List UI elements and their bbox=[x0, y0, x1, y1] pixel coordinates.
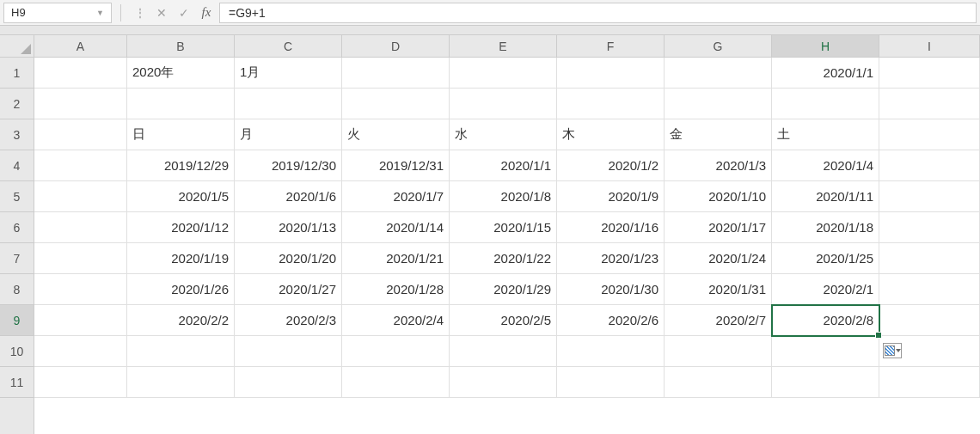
cell-E7[interactable]: 2020/1/22 bbox=[450, 243, 557, 274]
cell-I1[interactable] bbox=[879, 58, 980, 89]
cell-E8[interactable]: 2020/1/29 bbox=[450, 274, 557, 305]
row-header-10[interactable]: 10 bbox=[0, 336, 34, 367]
cell-H11[interactable] bbox=[772, 367, 879, 398]
cell-D2[interactable] bbox=[342, 89, 450, 119]
cell-E5[interactable]: 2020/1/8 bbox=[450, 181, 557, 212]
col-header-G[interactable]: G bbox=[665, 35, 772, 57]
cell-B8[interactable]: 2020/1/26 bbox=[127, 274, 235, 305]
cell-G7[interactable]: 2020/1/24 bbox=[665, 243, 772, 274]
cell-A9[interactable] bbox=[34, 305, 127, 336]
row-header-6[interactable]: 6 bbox=[0, 212, 34, 243]
cell-A7[interactable] bbox=[34, 243, 127, 274]
cell-G11[interactable] bbox=[665, 367, 772, 398]
select-all-corner[interactable] bbox=[0, 35, 34, 58]
cell-F8[interactable]: 2020/1/30 bbox=[557, 274, 665, 305]
row-header-4[interactable]: 4 bbox=[0, 150, 34, 181]
cell-D7[interactable]: 2020/1/21 bbox=[342, 243, 450, 274]
cancel-icon[interactable]: ✕ bbox=[152, 3, 171, 22]
col-header-B[interactable]: B bbox=[127, 35, 235, 57]
cell-B11[interactable] bbox=[127, 367, 235, 398]
cell-D6[interactable]: 2020/1/14 bbox=[342, 212, 450, 243]
name-box-dropdown-icon[interactable]: ▼ bbox=[96, 9, 104, 17]
cell-F5[interactable]: 2020/1/9 bbox=[557, 181, 665, 212]
cell-B3[interactable]: 日 bbox=[127, 119, 235, 150]
row-header-8[interactable]: 8 bbox=[0, 274, 34, 305]
row-header-5[interactable]: 5 bbox=[0, 181, 34, 212]
formula-input[interactable]: =G9+1 bbox=[219, 3, 977, 23]
cell-G6[interactable]: 2020/1/17 bbox=[665, 212, 772, 243]
cell-G3[interactable]: 金 bbox=[665, 119, 772, 150]
cell-B6[interactable]: 2020/1/12 bbox=[127, 212, 235, 243]
row-header-11[interactable]: 11 bbox=[0, 367, 34, 398]
cell-C8[interactable]: 2020/1/27 bbox=[235, 274, 342, 305]
cell-F11[interactable] bbox=[557, 367, 665, 398]
cell-B9[interactable]: 2020/2/2 bbox=[127, 305, 235, 336]
cell-E11[interactable] bbox=[450, 367, 557, 398]
cell-H2[interactable] bbox=[772, 89, 879, 119]
cell-F6[interactable]: 2020/1/16 bbox=[557, 212, 665, 243]
cell-B10[interactable] bbox=[127, 336, 235, 367]
cell-B5[interactable]: 2020/1/5 bbox=[127, 181, 235, 212]
cell-D5[interactable]: 2020/1/7 bbox=[342, 181, 450, 212]
autofill-options-button[interactable] bbox=[883, 343, 902, 358]
fx-icon[interactable]: fx bbox=[197, 3, 216, 22]
cell-H10[interactable] bbox=[772, 336, 879, 367]
cell-I2[interactable] bbox=[879, 89, 980, 119]
cell-G10[interactable] bbox=[665, 336, 772, 367]
cell-I5[interactable] bbox=[879, 181, 980, 212]
row-header-7[interactable]: 7 bbox=[0, 243, 34, 274]
cell-I8[interactable] bbox=[879, 274, 980, 305]
cell-I7[interactable] bbox=[879, 243, 980, 274]
confirm-icon[interactable]: ✓ bbox=[175, 3, 193, 22]
row-header-9[interactable]: 9 bbox=[0, 305, 34, 336]
row-header-3[interactable]: 3 bbox=[0, 119, 34, 150]
cell-E6[interactable]: 2020/1/15 bbox=[450, 212, 557, 243]
cell-H1[interactable]: 2020/1/1 bbox=[772, 58, 879, 89]
col-header-D[interactable]: D bbox=[342, 35, 450, 57]
cell-H5[interactable]: 2020/1/11 bbox=[772, 181, 879, 212]
cell-A11[interactable] bbox=[34, 367, 127, 398]
cell-F4[interactable]: 2020/1/2 bbox=[557, 150, 665, 181]
cell-H9[interactable]: 2020/2/8 bbox=[772, 305, 879, 336]
cell-C10[interactable] bbox=[235, 336, 342, 367]
cell-C4[interactable]: 2019/12/30 bbox=[235, 150, 342, 181]
cell-A4[interactable] bbox=[34, 150, 127, 181]
cell-C1[interactable]: 1月 bbox=[235, 58, 342, 89]
cell-D3[interactable]: 火 bbox=[342, 119, 450, 150]
cell-B2[interactable] bbox=[127, 89, 235, 119]
cell-B1[interactable]: 2020年 bbox=[127, 58, 235, 89]
cell-D9[interactable]: 2020/2/4 bbox=[342, 305, 450, 336]
cell-E10[interactable] bbox=[450, 336, 557, 367]
cell-E3[interactable]: 水 bbox=[450, 119, 557, 150]
cell-I4[interactable] bbox=[879, 150, 980, 181]
cell-A1[interactable] bbox=[34, 58, 127, 89]
cell-H3[interactable]: 土 bbox=[772, 119, 879, 150]
cell-D1[interactable] bbox=[342, 58, 450, 89]
col-header-F[interactable]: F bbox=[557, 35, 665, 57]
col-header-A[interactable]: A bbox=[34, 35, 127, 57]
cell-D4[interactable]: 2019/12/31 bbox=[342, 150, 450, 181]
cell-A6[interactable] bbox=[34, 212, 127, 243]
cell-A10[interactable] bbox=[34, 336, 127, 367]
col-header-H[interactable]: H bbox=[772, 35, 879, 57]
cell-C3[interactable]: 月 bbox=[235, 119, 342, 150]
cell-G4[interactable]: 2020/1/3 bbox=[665, 150, 772, 181]
row-header-1[interactable]: 1 bbox=[0, 58, 34, 89]
cell-I3[interactable] bbox=[879, 119, 980, 150]
cell-H8[interactable]: 2020/2/1 bbox=[772, 274, 879, 305]
cell-B7[interactable]: 2020/1/19 bbox=[127, 243, 235, 274]
cell-F9[interactable]: 2020/2/6 bbox=[557, 305, 665, 336]
cell-A8[interactable] bbox=[34, 274, 127, 305]
col-header-E[interactable]: E bbox=[450, 35, 557, 57]
cell-E2[interactable] bbox=[450, 89, 557, 119]
cell-A5[interactable] bbox=[34, 181, 127, 212]
expand-icon[interactable]: ⋮ bbox=[130, 3, 149, 22]
cell-D8[interactable]: 2020/1/28 bbox=[342, 274, 450, 305]
cell-H7[interactable]: 2020/1/25 bbox=[772, 243, 879, 274]
cell-F1[interactable] bbox=[557, 58, 665, 89]
cell-I6[interactable] bbox=[879, 212, 980, 243]
cell-A3[interactable] bbox=[34, 119, 127, 150]
cell-C9[interactable]: 2020/2/3 bbox=[235, 305, 342, 336]
name-box[interactable]: H9 ▼ bbox=[3, 3, 112, 23]
cell-A2[interactable] bbox=[34, 89, 127, 119]
